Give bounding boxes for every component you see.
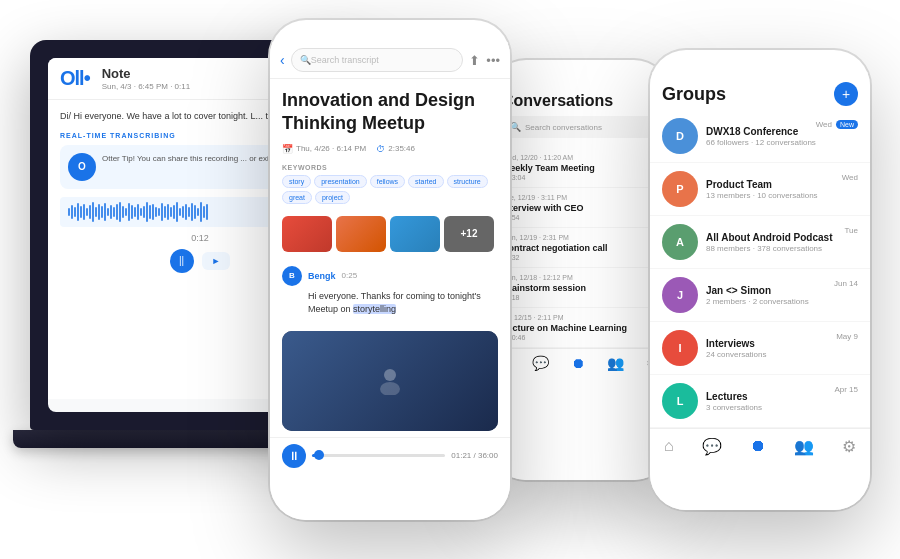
player-bar: ⏸ 01:21 / 36:00 <box>270 437 510 474</box>
calendar-icon: 📅 <box>282 144 293 154</box>
group-item[interactable]: D DWX18 Conference 66 followers · 12 con… <box>650 110 870 163</box>
wave-bar <box>134 207 136 217</box>
thumbnail-3[interactable] <box>390 216 440 252</box>
phone2-screen: Conversations 🔍 Search conversations Wed… <box>490 82 670 480</box>
share-icon[interactable]: ⬆ <box>469 53 480 68</box>
wave-bar <box>194 205 196 219</box>
laptop-pause-button[interactable]: || <box>170 249 194 273</box>
conv-duration: 34:18 <box>502 294 658 301</box>
conversation-item[interactable]: Wed, 12/20 · 11:20 AM Weekly Team Meetin… <box>490 148 670 188</box>
wave-bar <box>143 206 145 218</box>
keyword-tag[interactable]: project <box>315 191 350 204</box>
wave-bar <box>131 205 133 219</box>
group-item[interactable]: L Lectures 3 conversations Apr 15 <box>650 375 870 428</box>
phone1-search-icon: 🔍 <box>300 55 311 65</box>
wave-bar <box>185 204 187 220</box>
add-group-button[interactable]: + <box>834 82 858 106</box>
wave-bar <box>125 208 127 216</box>
wave-bar <box>170 207 172 217</box>
home-icon[interactable]: ⌂ <box>664 437 674 456</box>
conversation-item[interactable]: Mon, 12/19 · 2:31 PM Contract negotiatio… <box>490 228 670 268</box>
wave-bar <box>74 207 76 217</box>
thumbnails-row: +12 <box>270 210 510 258</box>
group-item[interactable]: J Jan <> Simon 2 members · 2 conversatio… <box>650 269 870 322</box>
group-avatar: L <box>662 383 698 419</box>
phone1-search-bar[interactable]: 🔍 Search transcript <box>291 48 464 72</box>
phone2-notch <box>540 60 620 82</box>
conv-date: Mon, 12/19 · 2:31 PM <box>502 234 658 241</box>
conv-duration: 30:32 <box>502 254 658 261</box>
conversations-icon[interactable]: 💬 <box>532 355 549 371</box>
group-name: Product Team <box>706 179 858 190</box>
conversations-icon[interactable]: 💬 <box>702 437 722 456</box>
phone3-bottom-bar: ⌂ 💬 ⏺ 👥 ⚙ <box>650 428 870 464</box>
keyword-tag[interactable]: story <box>282 175 311 188</box>
thumbnail-1[interactable] <box>282 216 332 252</box>
keyword-tag[interactable]: structure <box>447 175 488 188</box>
groups-icon[interactable]: 👥 <box>794 437 814 456</box>
group-item[interactable]: A All About Android Podcast 88 members ·… <box>650 216 870 269</box>
speaker-name: Bengk <box>308 271 336 281</box>
group-item[interactable]: I Interviews 24 conversations May 9 <box>650 322 870 375</box>
wave-bar <box>146 202 148 222</box>
phone2-bottom-bar: ⌂ 💬 ⏺ 👥 ⚙ <box>490 348 670 377</box>
wave-bar <box>140 208 142 216</box>
search-placeholder: Search conversations <box>525 123 602 132</box>
wave-bar <box>71 205 73 219</box>
back-icon[interactable]: ‹ <box>280 52 285 68</box>
conv-duration: 1:40:46 <box>502 334 658 341</box>
group-item[interactable]: P Product Team 13 members · 10 conversat… <box>650 163 870 216</box>
groups-icon[interactable]: 👥 <box>607 355 624 371</box>
meeting-duration: ⏱ 2:35:46 <box>376 144 415 154</box>
wave-bar <box>101 206 103 218</box>
wave-bar <box>119 202 121 222</box>
conversation-item[interactable]: Mon, 12/18 · 12:12 PM Brainstorm session… <box>490 268 670 308</box>
keywords-label: KEYWORDS <box>282 164 498 171</box>
wave-bars <box>68 202 208 222</box>
conv-duration: 57:54 <box>502 214 658 221</box>
keyword-tag[interactable]: fellows <box>370 175 405 188</box>
conv-title: Brainstorm session <box>502 283 658 293</box>
group-meta: 13 members · 10 conversations <box>706 191 858 200</box>
phone3-notch <box>720 50 800 72</box>
record-icon[interactable]: ⏺ <box>571 355 585 371</box>
keyword-tag[interactable]: started <box>408 175 443 188</box>
group-meta: 66 followers · 12 conversations <box>706 138 858 147</box>
phone1-topbar: ‹ 🔍 Search transcript ⬆ ••• <box>270 42 510 79</box>
wave-bar <box>68 208 70 216</box>
record-icon[interactable]: ⏺ <box>750 437 766 456</box>
group-info: All About Android Podcast 88 members · 3… <box>706 232 858 253</box>
conversations-search[interactable]: 🔍 Search conversations <box>502 116 658 138</box>
keyword-tag[interactable]: presentation <box>314 175 367 188</box>
groups-header: Groups + <box>650 72 870 110</box>
thumbnail-more[interactable]: +12 <box>444 216 494 252</box>
conversations-list: Wed, 12/20 · 11:20 AM Weekly Team Meetin… <box>490 148 670 348</box>
video-thumbnail[interactable] <box>282 331 498 431</box>
keyword-tag[interactable]: great <box>282 191 312 204</box>
wave-bar <box>167 204 169 220</box>
groups-list: D DWX18 Conference 66 followers · 12 con… <box>650 110 870 428</box>
play-pause-button[interactable]: ⏸ <box>282 444 306 468</box>
wave-bar <box>89 205 91 219</box>
more-icon[interactable]: ••• <box>486 53 500 68</box>
wave-bar <box>77 203 79 221</box>
conv-date: Fri, 12/15 · 2:11 PM <box>502 314 658 321</box>
new-badge: New <box>836 120 858 129</box>
progress-bar[interactable] <box>312 454 445 457</box>
thumbnail-2[interactable] <box>336 216 386 252</box>
conversations-title: Conversations <box>502 92 658 110</box>
meeting-date: 📅 Thu, 4/26 · 6:14 PM <box>282 144 366 154</box>
conversation-item[interactable]: Fri, 12/15 · 2:11 PM Lecture on Machine … <box>490 308 670 348</box>
wave-bar <box>83 204 85 220</box>
wave-bar <box>137 204 139 220</box>
wave-bar <box>191 203 193 221</box>
wave-bar <box>107 208 109 216</box>
wave-bar <box>122 206 124 218</box>
phone1-screen: ‹ 🔍 Search transcript ⬆ ••• Innovation a… <box>270 42 510 520</box>
group-avatar: J <box>662 277 698 313</box>
laptop-stop-button[interactable]: ► <box>202 252 231 270</box>
wave-bar <box>161 203 163 221</box>
settings-icon[interactable]: ⚙ <box>842 437 856 456</box>
wave-bar <box>149 205 151 219</box>
conversation-item[interactable]: Tue, 12/19 · 3:11 PM Interview with CEO … <box>490 188 670 228</box>
